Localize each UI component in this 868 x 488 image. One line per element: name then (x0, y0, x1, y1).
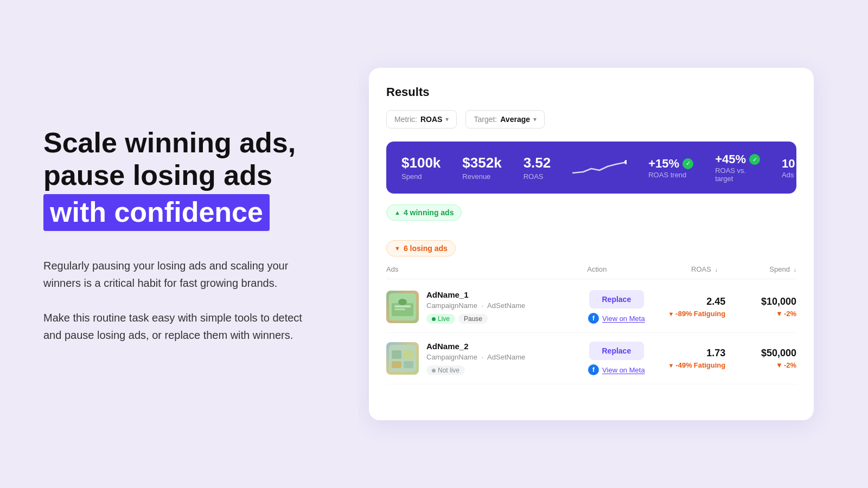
roas-change-2: ▼ -49% Fatiguing (668, 361, 725, 369)
stat-roas-trend-value: +15% (648, 157, 679, 171)
stat-roas-value: 3.52 (524, 155, 551, 171)
body-text-2: Make this routine task easy with simple … (43, 309, 315, 344)
view-meta-label-1: View on Meta (602, 314, 645, 323)
body-text-1: Regularly pausing your losing ads and sc… (43, 257, 315, 292)
headline-line1: Scale winning ads, (43, 127, 296, 158)
roas-label-2: Fatiguing (694, 361, 726, 369)
spend-change-1: ▼ -2% (776, 310, 796, 318)
ad-image-2 (386, 342, 419, 375)
stat-roas-label: ROAS (524, 172, 551, 181)
ad-info-1: AdName_1 CampaignName · AdSetName Live P… (419, 290, 578, 324)
col-spend-1: $10,000 ▼ -2% (725, 296, 796, 318)
stat-ads-live: 10 ! Ads live (782, 157, 796, 179)
col-roas-2: 1.73 ▼ -49% Fatiguing (654, 348, 725, 369)
replace-button-2[interactable]: Replace (589, 342, 644, 360)
left-panel: Scale winning ads, pause losing ads with… (0, 94, 358, 393)
svg-rect-4 (394, 305, 411, 307)
svg-rect-5 (394, 309, 405, 310)
ad-image-1 (386, 291, 419, 323)
stat-roas: 3.52 ROAS (524, 155, 551, 181)
table-row: AdName_2 CampaignName · AdSetName Not li… (386, 333, 796, 384)
roas-trend-check-icon: ✓ (682, 158, 693, 169)
metric-filter[interactable]: Metric: ROAS ▾ (386, 110, 457, 129)
roas-down-icon-2: ▼ (668, 362, 674, 369)
ad-thumbnail-svg-1 (389, 293, 416, 320)
roas-target-check-icon: ✓ (749, 154, 760, 165)
col-action-1: Replace f View on Meta (578, 290, 654, 324)
triangle-up-icon: ▲ (394, 209, 400, 216)
losing-badge-label: 6 losing ads (404, 244, 448, 253)
headline-highlight: with confidence (43, 194, 270, 231)
stat-roas-target-label: ROAS vs. target (715, 166, 760, 183)
stat-spend-value: $100k (401, 155, 441, 171)
replace-button-1[interactable]: Replace (589, 290, 644, 309)
results-title: Results (369, 85, 814, 110)
spend-down-icon-2: ▼ (776, 361, 783, 369)
stat-ads-live-label: Ads live (782, 171, 796, 179)
filters-row: Metric: ROAS ▾ Target: Average ▾ (369, 110, 814, 142)
stat-spend-label: Spend (401, 172, 441, 181)
roas-pct-1: -89% (675, 310, 692, 318)
ad-name-2: AdName_2 (426, 342, 578, 351)
results-card: Results Metric: ROAS ▾ Target: Average ▾… (369, 68, 814, 420)
spend-pct-1: -2% (784, 310, 796, 318)
target-filter-label: Target: (474, 115, 497, 124)
svg-rect-7 (392, 350, 401, 359)
roas-value-1: 2.45 (706, 296, 725, 307)
tag-notlive-2: Not live (426, 365, 465, 375)
winning-badge-label: 4 winning ads (404, 208, 454, 217)
tag-pause-1[interactable]: Pause (458, 314, 488, 324)
stats-bar: $100k Spend $352k Revenue 3.52 ROAS (386, 142, 796, 194)
headline-line2: pause losing ads (43, 159, 272, 191)
svg-rect-8 (404, 350, 413, 359)
ad-thumb-2 (386, 342, 419, 375)
meta-icon-2: f (588, 364, 599, 375)
view-meta-link-2[interactable]: f View on Meta (588, 364, 645, 375)
ad-name-1: AdName_1 (426, 290, 578, 299)
table-header: Ads Action ROAS ↓ Spend ↓ (386, 265, 796, 279)
stat-roas-trend: +15% ✓ ROAS trend (648, 157, 693, 179)
view-meta-label-2: View on Meta (602, 366, 645, 374)
sparkline-svg (572, 157, 627, 178)
stat-roas-target-value: +45% (715, 152, 746, 166)
ad-tags-2: Not live (426, 365, 578, 375)
headline: Scale winning ads, pause losing ads with… (43, 127, 315, 230)
spend-pct-2: -2% (784, 361, 796, 369)
roas-label-1: Fatiguing (694, 310, 726, 318)
stat-spend: $100k Spend (401, 155, 441, 181)
metric-filter-label: Metric: (394, 115, 417, 124)
losing-badge: ▼ 6 losing ads (386, 240, 456, 256)
table-row: AdName_1 CampaignName · AdSetName Live P… (386, 281, 796, 333)
roas-change-1: ▼ -89% Fatiguing (668, 310, 725, 318)
ad-tags-1: Live Pause (426, 314, 578, 324)
roas-down-icon-1: ▼ (668, 311, 674, 317)
view-meta-link-1[interactable]: f View on Meta (588, 313, 645, 324)
svg-point-3 (398, 299, 407, 305)
stat-revenue-label: Revenue (462, 172, 501, 181)
ad-info-2: AdName_2 CampaignName · AdSetName Not li… (419, 342, 578, 375)
spend-value-2: $50,000 (761, 348, 796, 359)
ad-thumb-1 (386, 291, 419, 323)
target-chevron-icon: ▾ (533, 115, 537, 123)
roas-value-2: 1.73 (706, 348, 725, 359)
svg-rect-10 (404, 361, 413, 368)
right-panel: Results Metric: ROAS ▾ Target: Average ▾… (358, 0, 868, 488)
col-spend-2: $50,000 ▼ -2% (725, 348, 796, 369)
roas-pct-2: -49% (675, 361, 692, 369)
losing-section: ▼ 6 losing ads Ads Action ROAS ↓ Spend ↓ (369, 229, 814, 384)
ad-meta-1: CampaignName · AdSetName (426, 301, 578, 310)
stat-roas-target: +45% ✓ ROAS vs. target (715, 152, 760, 183)
stat-chart (572, 157, 627, 178)
winning-badge: ▲ 4 winning ads (386, 204, 462, 221)
stat-revenue-value: $352k (462, 155, 501, 171)
spend-sort-icon: ↓ (794, 266, 797, 273)
target-filter[interactable]: Target: Average ▾ (465, 110, 545, 129)
col-roas-1: 2.45 ▼ -89% Fatiguing (654, 296, 725, 318)
ad-meta-2: CampaignName · AdSetName (426, 353, 578, 361)
winning-section: ▲ 4 winning ads (369, 194, 814, 229)
triangle-down-icon: ▼ (394, 245, 400, 252)
ad-thumbnail-svg-2 (389, 345, 416, 372)
spend-down-icon-1: ▼ (776, 310, 783, 318)
metric-filter-value: ROAS (420, 115, 442, 124)
col-action-2: Replace f View on Meta (578, 342, 654, 375)
